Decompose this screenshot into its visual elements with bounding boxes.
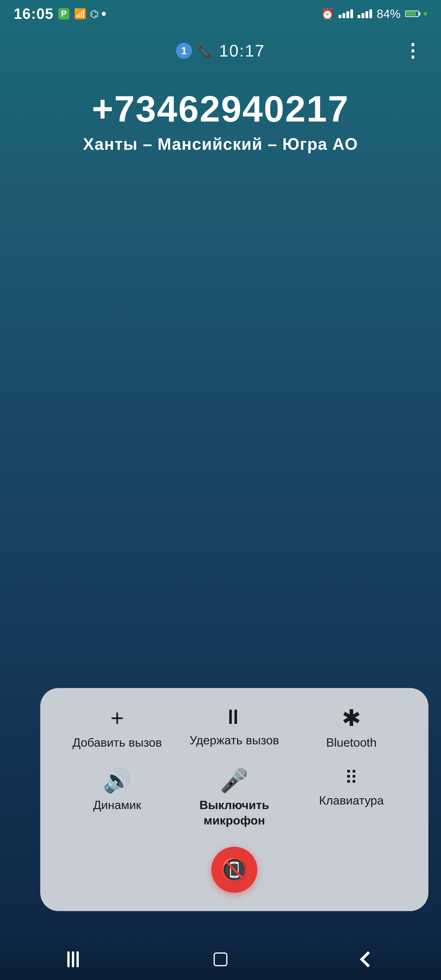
location-text: Ханты – Мансийский – Югра АО — [83, 135, 358, 153]
keyboard-label: Клавиатура — [319, 793, 384, 808]
add-call-label: Добавить вызов — [73, 735, 162, 751]
hold-call-icon: ⏸ — [223, 706, 246, 727]
mute-mic-label: Выключитьмикрофон — [199, 797, 269, 828]
signal-bar — [361, 13, 364, 18]
speaker-button[interactable]: 🔊 Динамик — [63, 769, 171, 828]
call-header: 1 📞 10:17 ⋮ — [0, 32, 441, 69]
status-right: ⏰ 84% — [321, 7, 427, 21]
call-badge: 1 — [176, 43, 192, 59]
home-button[interactable] — [213, 953, 228, 966]
keyboard-icon: ⠿ — [344, 769, 358, 787]
phone-number: +73462940217 — [92, 88, 349, 130]
notification-dot — [102, 12, 106, 16]
end-call-icon: 📵 — [220, 856, 249, 883]
home-icon — [213, 953, 228, 966]
status-icon-green: P — [58, 8, 69, 19]
back-icon — [360, 951, 376, 967]
call-duration: 10:17 — [219, 41, 265, 60]
recent-apps-button[interactable] — [67, 951, 79, 967]
status-time: 16:05 — [14, 5, 54, 22]
status-icons: 📶 ⌬ — [74, 8, 106, 20]
signal-bar — [342, 13, 345, 18]
alarm-icon: ⏰ — [321, 8, 334, 20]
add-call-button[interactable]: + Добавить вызов — [63, 706, 171, 751]
hold-call-label: Удержать вызов — [189, 733, 279, 748]
nav-bar — [0, 943, 441, 980]
mute-mic-icon: 🎤 — [220, 769, 248, 792]
status-bar: 16:05 P 📶 ⌬ ⏰ — [0, 0, 441, 27]
signal-bar — [339, 15, 341, 18]
sim-icon: 📶 — [74, 8, 87, 20]
recent-apps-icon — [67, 951, 79, 967]
signal-bar — [369, 10, 372, 18]
battery-text: 84% — [377, 7, 401, 21]
battery-icon — [405, 11, 419, 17]
controls-grid: + Добавить вызов ⏸ Удержать вызов ✱ Blue… — [63, 706, 405, 828]
dnd-icon: ⌬ — [90, 8, 99, 20]
battery-tip — [419, 12, 420, 15]
end-call-button[interactable]: 📵 — [211, 847, 257, 893]
more-options-button[interactable]: ⋮ — [403, 46, 423, 56]
battery-fill — [406, 12, 416, 16]
bluetooth-label: Bluetooth — [326, 735, 377, 751]
add-call-icon: + — [110, 706, 124, 729]
signal-bar — [350, 10, 353, 18]
speaker-icon: 🔊 — [103, 769, 132, 792]
signal-bar — [358, 15, 360, 18]
bluetooth-icon: ✱ — [342, 706, 361, 729]
back-button[interactable] — [362, 954, 374, 965]
call-phone-icon: 📞 — [197, 43, 213, 58]
end-call-container: 📵 — [63, 847, 405, 893]
green-dot — [423, 12, 427, 16]
speaker-label: Динамик — [93, 797, 141, 813]
signal-bars-2 — [358, 10, 372, 18]
hold-call-button[interactable]: ⏸ Удержать вызов — [180, 706, 288, 751]
status-left: 16:05 P 📶 ⌬ — [14, 5, 106, 22]
signal-bar — [365, 11, 368, 18]
signal-bar — [346, 11, 349, 18]
bluetooth-button[interactable]: ✱ Bluetooth — [298, 706, 405, 751]
mute-mic-button[interactable]: 🎤 Выключитьмикрофон — [180, 769, 288, 828]
controls-panel: + Добавить вызов ⏸ Удержать вызов ✱ Blue… — [40, 688, 428, 911]
signal-bars-1 — [339, 10, 353, 18]
keyboard-button[interactable]: ⠿ Клавиатура — [298, 769, 405, 828]
